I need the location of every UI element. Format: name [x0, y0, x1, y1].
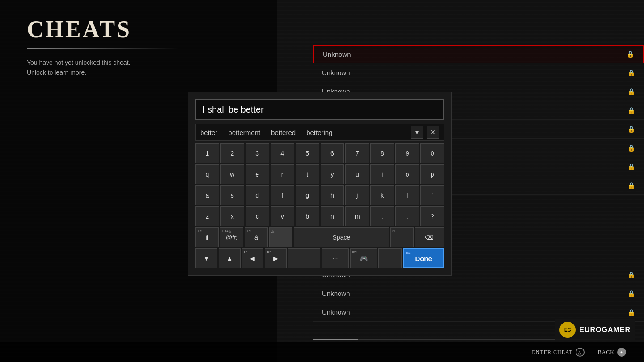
- special-row-1: L2 ⬆ L2+△ @#: L3 à △ Space □ ⌫: [195, 227, 444, 247]
- key-accent[interactable]: L3 à: [245, 227, 268, 247]
- autocomplete-row: better betterment bettered bettering ▾ ✕: [195, 124, 444, 141]
- autocomplete-word-3[interactable]: bettered: [271, 129, 296, 136]
- key-d[interactable]: d: [246, 185, 269, 205]
- eurogamer-name: EUROGAMER: [579, 326, 631, 334]
- key-h[interactable]: h: [321, 185, 344, 205]
- back-label: Back: [598, 349, 614, 356]
- lock-icon: 🔒: [627, 271, 635, 278]
- lock-icon: 🔒: [627, 182, 635, 189]
- r1-label: R1: [267, 250, 271, 254]
- key-y[interactable]: y: [321, 164, 344, 184]
- key-triangle[interactable]: △: [269, 227, 292, 247]
- enter-cheat-action: Enter Cheat △: [532, 348, 584, 357]
- key-symbols[interactable]: L2+△ @#:: [220, 227, 243, 247]
- key-b[interactable]: b: [296, 206, 319, 226]
- key-l[interactable]: l: [395, 185, 419, 205]
- key-9[interactable]: 9: [395, 143, 419, 163]
- qwerty-row: q w e r t y u i o p: [195, 164, 444, 184]
- autocomplete-expand-btn[interactable]: ▾: [411, 126, 423, 139]
- key-down-arrow[interactable]: ▼: [195, 248, 217, 268]
- key-gamepad[interactable]: R3 🎮: [350, 248, 377, 268]
- key-ellipsis[interactable]: ···: [322, 248, 348, 268]
- done-key[interactable]: R2 Done: [403, 248, 444, 268]
- lock-icon: 🔒: [627, 290, 635, 297]
- key-6[interactable]: 6: [321, 143, 344, 163]
- eg-logo-text: EG: [564, 328, 571, 333]
- key-n[interactable]: n: [321, 206, 344, 226]
- key-right-arrow[interactable]: R1 ▶: [265, 248, 287, 268]
- key-8[interactable]: 8: [370, 143, 394, 163]
- key-question[interactable]: ?: [420, 206, 444, 226]
- key-upload[interactable]: L2 ⬆: [195, 227, 219, 247]
- key-m[interactable]: m: [345, 206, 369, 226]
- lock-icon: 🔒: [627, 163, 635, 170]
- key-g[interactable]: g: [296, 185, 319, 205]
- title-divider: [27, 48, 179, 49]
- key-k[interactable]: k: [370, 185, 394, 205]
- key-0[interactable]: 0: [420, 143, 444, 163]
- autocomplete-words: better betterment bettered bettering: [200, 129, 411, 136]
- key-v[interactable]: v: [271, 206, 294, 226]
- triangle-sub: △: [271, 229, 274, 233]
- key-c[interactable]: c: [246, 206, 269, 226]
- cheat-item[interactable]: Unknown 🔒: [313, 284, 644, 303]
- key-up-arrow[interactable]: ▲: [219, 248, 241, 268]
- key-5[interactable]: 5: [296, 143, 319, 163]
- cheat-text-input[interactable]: [195, 99, 444, 120]
- key-j[interactable]: j: [345, 185, 369, 205]
- keyboard-overlay: better betterment bettered bettering ▾ ✕…: [188, 92, 452, 276]
- back-action: Back ●: [598, 348, 626, 357]
- lock-icon: 🔒: [627, 144, 635, 152]
- l3-label: L3: [247, 229, 251, 233]
- asdf-row: a s d f g h j k l ': [195, 185, 444, 205]
- key-period[interactable]: .: [395, 206, 419, 226]
- cheat-item-text: Unknown: [323, 51, 351, 58]
- lock-icon: 🔒: [627, 107, 635, 114]
- key-s[interactable]: s: [220, 185, 244, 205]
- key-x[interactable]: x: [220, 206, 244, 226]
- cheat-item[interactable]: Unknown 🔒: [313, 63, 644, 82]
- key-q[interactable]: q: [195, 164, 219, 184]
- autocomplete-controls: ▾ ✕: [411, 126, 439, 139]
- scroll-thumb: [313, 339, 358, 340]
- key-e[interactable]: e: [246, 164, 269, 184]
- key-4[interactable]: 4: [271, 143, 294, 163]
- number-row: 1 2 3 4 5 6 7 8 9 0: [195, 143, 444, 163]
- key-i[interactable]: i: [370, 164, 394, 184]
- lock-icon: 🔒: [627, 51, 634, 58]
- autocomplete-word-2[interactable]: betterment: [228, 129, 260, 136]
- lock-icon: 🔒: [627, 69, 635, 76]
- key-square[interactable]: □: [390, 227, 414, 247]
- zxcv-row: z x c v b n m , . ?: [195, 206, 444, 226]
- autocomplete-close-btn[interactable]: ✕: [427, 126, 439, 139]
- key-3[interactable]: 3: [246, 143, 269, 163]
- key-empty-2: [378, 248, 402, 268]
- cheat-item-selected[interactable]: Unknown 🔒: [313, 45, 644, 63]
- key-comma[interactable]: ,: [370, 206, 394, 226]
- lock-icon: 🔒: [627, 88, 635, 95]
- key-t[interactable]: t: [296, 164, 319, 184]
- key-1[interactable]: 1: [195, 143, 219, 163]
- l2-triangle-label: L2+△: [222, 229, 231, 233]
- autocomplete-word-4[interactable]: bettering: [306, 129, 332, 136]
- autocomplete-word-1[interactable]: better: [200, 129, 217, 136]
- cheat-item-text: Unknown: [322, 69, 350, 76]
- key-r[interactable]: r: [271, 164, 294, 184]
- key-w[interactable]: w: [220, 164, 244, 184]
- key-u[interactable]: u: [345, 164, 369, 184]
- key-7[interactable]: 7: [345, 143, 369, 163]
- key-2[interactable]: 2: [220, 143, 244, 163]
- space-key[interactable]: Space: [294, 227, 389, 247]
- key-z[interactable]: z: [195, 206, 219, 226]
- bottom-bar: Enter Cheat △ Back ●: [0, 342, 644, 362]
- key-p[interactable]: p: [420, 164, 444, 184]
- key-left-arrow[interactable]: L1 ◀: [242, 248, 264, 268]
- key-o[interactable]: o: [395, 164, 419, 184]
- key-a[interactable]: a: [195, 185, 219, 205]
- key-apostrophe[interactable]: ': [420, 185, 444, 205]
- r2-label: R2: [406, 251, 410, 255]
- backspace-key[interactable]: ⌫: [415, 227, 444, 247]
- r3-label: R3: [352, 250, 357, 254]
- page-title: CHEATS: [27, 16, 250, 42]
- key-f[interactable]: f: [271, 185, 294, 205]
